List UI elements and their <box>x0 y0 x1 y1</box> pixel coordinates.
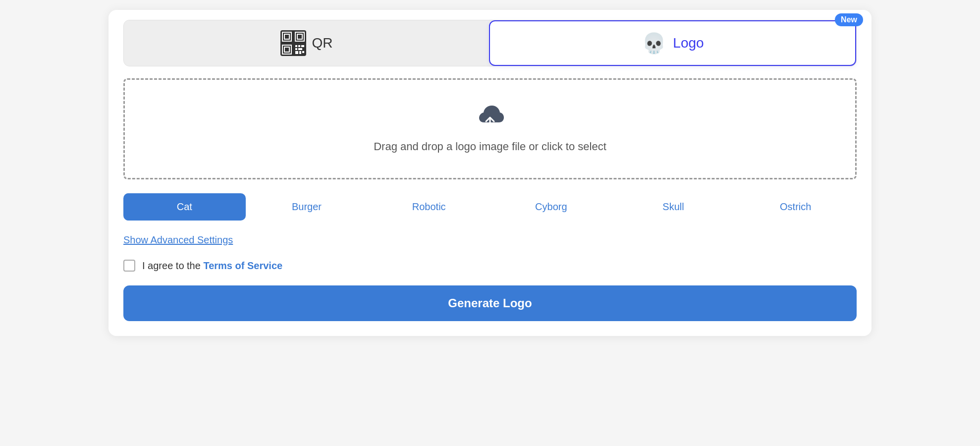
style-btn-cyborg[interactable]: Cyborg <box>490 193 612 221</box>
style-options: Cat Burger Robotic Cyborg Skull Ostrich <box>123 193 857 221</box>
svg-rect-2 <box>285 35 289 39</box>
style-btn-skull[interactable]: Skull <box>612 193 735 221</box>
svg-rect-12 <box>295 48 297 50</box>
qr-icon <box>280 30 306 56</box>
tab-qr[interactable]: QR <box>124 20 489 66</box>
logo-icon: 💀 <box>641 30 667 56</box>
svg-rect-11 <box>301 45 304 47</box>
style-btn-burger[interactable]: Burger <box>246 193 368 221</box>
advanced-settings-link[interactable]: Show Advanced Settings <box>123 234 233 246</box>
main-container: QR 💀 Logo New Drag and drop a logo image… <box>109 10 871 336</box>
terms-text: I agree to the Terms of Service <box>142 260 282 272</box>
style-btn-robotic[interactable]: Robotic <box>368 193 490 221</box>
tab-qr-label: QR <box>312 35 333 51</box>
svg-rect-13 <box>298 48 302 50</box>
drop-zone-text: Drag and drop a logo image file or click… <box>374 140 606 153</box>
upload-icon <box>475 105 505 132</box>
terms-checkbox[interactable] <box>123 260 135 272</box>
tab-row: QR 💀 Logo New <box>123 20 857 66</box>
new-badge: New <box>835 13 863 26</box>
drop-zone[interactable]: Drag and drop a logo image file or click… <box>123 78 857 179</box>
tab-logo[interactable]: 💀 Logo <box>489 20 856 66</box>
svg-rect-9 <box>295 45 297 47</box>
style-btn-ostrich[interactable]: Ostrich <box>734 193 857 221</box>
svg-rect-15 <box>299 51 301 54</box>
svg-rect-14 <box>295 51 298 54</box>
terms-row: I agree to the Terms of Service <box>123 260 857 272</box>
svg-rect-10 <box>298 45 300 47</box>
style-btn-cat[interactable]: Cat <box>123 193 246 221</box>
svg-rect-5 <box>298 35 302 39</box>
terms-of-service-link[interactable]: Terms of Service <box>203 260 282 271</box>
generate-logo-button[interactable]: Generate Logo <box>123 285 857 321</box>
svg-rect-16 <box>302 51 304 53</box>
tab-logo-label: Logo <box>673 35 704 51</box>
svg-rect-8 <box>285 48 289 52</box>
